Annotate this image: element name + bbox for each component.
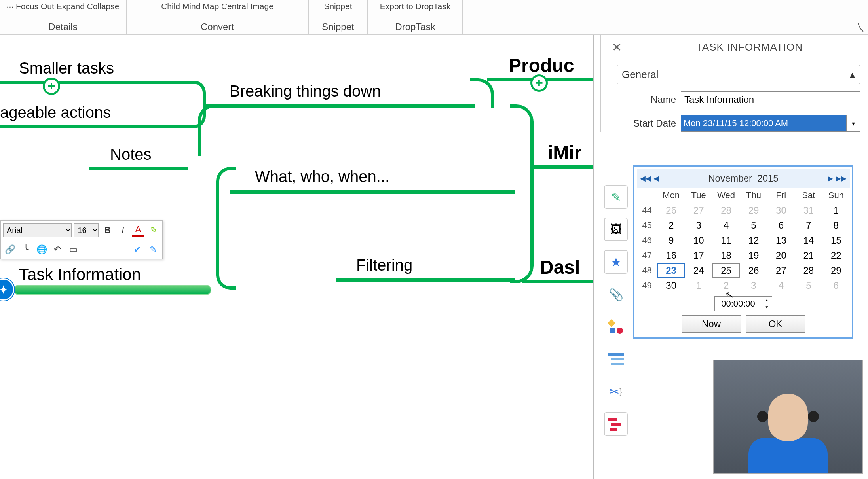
calendar-day[interactable]: 31: [795, 203, 822, 218]
calendar-day[interactable]: 24: [685, 263, 712, 278]
calendar-grid: MonTueWedThuFriSatSun4426272829303114523…: [637, 188, 850, 293]
node-task-information[interactable]: Task Information: [16, 263, 144, 286]
calendar-day[interactable]: 12: [740, 233, 767, 248]
node-smaller-tasks[interactable]: Smaller tasks: [19, 59, 114, 77]
curve-breaking-right: [470, 78, 494, 108]
fontsize-select[interactable]: 16: [74, 223, 99, 237]
gantt-icon[interactable]: [604, 412, 628, 436]
next-month-icon[interactable]: ▶: [828, 174, 833, 183]
now-button[interactable]: Now: [682, 315, 741, 333]
node-imir[interactable]: iMir: [548, 142, 581, 163]
calendar-day[interactable]: 4: [767, 278, 795, 293]
node-filtering[interactable]: Filtering: [356, 256, 412, 274]
mindmap-canvas[interactable]: Produc iMir Dasl Breaking things down Sm…: [0, 35, 594, 479]
calendar-day[interactable]: 17: [685, 248, 712, 263]
branch-button[interactable]: ╰: [19, 243, 32, 256]
close-icon[interactable]: ✕: [601, 40, 632, 54]
expand-smaller[interactable]: [43, 78, 60, 95]
calendar-day[interactable]: 1: [822, 203, 850, 218]
calendar-day[interactable]: 25: [712, 263, 740, 278]
expand-produc[interactable]: [530, 74, 548, 92]
ribbon-top-snippet[interactable]: Snippet: [312, 0, 364, 11]
shapes-icon[interactable]: [604, 315, 628, 339]
calendar-day[interactable]: 8: [822, 218, 850, 233]
ribbon-top-details[interactable]: ··· Focus Out Expand Collapse: [3, 0, 123, 11]
calendar-day[interactable]: 29: [822, 263, 850, 278]
check-button[interactable]: ✔: [131, 243, 144, 256]
calendar-day[interactable]: 21: [795, 248, 822, 263]
font-select[interactable]: Arial: [3, 223, 72, 237]
ribbon-top-droptask[interactable]: Export to DropTask: [371, 0, 459, 11]
calendar-day[interactable]: 29: [740, 203, 767, 218]
node-ageable[interactable]: ageable actions: [0, 104, 111, 121]
calendar-day[interactable]: 30: [767, 203, 795, 218]
cut-icon[interactable]: ✂}: [604, 380, 628, 403]
calendar-day[interactable]: 26: [740, 263, 767, 278]
calendar-day[interactable]: 5: [795, 278, 822, 293]
calendar-day[interactable]: 16: [657, 248, 685, 263]
ribbon-collapse-icon[interactable]: ㇏: [855, 21, 866, 34]
calendar-day[interactable]: 23: [657, 263, 685, 278]
next-year-icon[interactable]: ▶▶: [836, 174, 847, 183]
calendar-day[interactable]: 19: [740, 248, 767, 263]
name-field[interactable]: [681, 91, 860, 108]
calendar-day[interactable]: 18: [712, 248, 740, 263]
calendar-day[interactable]: 15: [822, 233, 850, 248]
calendar-day[interactable]: 10: [685, 233, 712, 248]
prev-year-icon[interactable]: ◀◀: [640, 174, 651, 183]
node-breaking-down[interactable]: Breaking things down: [230, 82, 381, 100]
ok-button[interactable]: OK: [746, 315, 805, 333]
calendar-day[interactable]: 20: [767, 248, 795, 263]
calendar-day[interactable]: 13: [767, 233, 795, 248]
image-icon[interactable]: 🖼: [604, 218, 628, 241]
calendar-day[interactable]: 2: [712, 278, 740, 293]
calendar-day[interactable]: 9: [657, 233, 685, 248]
calendar-day[interactable]: 6: [822, 278, 850, 293]
italic-button[interactable]: I: [116, 223, 129, 237]
calendar-day[interactable]: 28: [712, 203, 740, 218]
list-icon[interactable]: [604, 347, 628, 371]
node-handle-icon[interactable]: ✦: [0, 278, 14, 301]
calendar-title[interactable]: November 2015: [708, 173, 778, 184]
section-general[interactable]: General ▴: [617, 65, 860, 84]
calendar-day[interactable]: 2: [657, 218, 685, 233]
startdate-combo[interactable]: Mon 23/11/15 12:00:00 AM ▾: [681, 115, 860, 132]
link-button[interactable]: 🔗: [3, 243, 17, 256]
calendar-day[interactable]: 26: [657, 203, 685, 218]
calendar-day[interactable]: 5: [740, 218, 767, 233]
calendar-day[interactable]: 4: [712, 218, 740, 233]
fontcolor-button[interactable]: A: [132, 223, 145, 237]
node-what-who-when[interactable]: What, who, when...: [255, 168, 389, 186]
calendar-day[interactable]: 27: [685, 203, 712, 218]
bold-button[interactable]: B: [101, 223, 114, 237]
node-produc[interactable]: Produc: [509, 55, 574, 76]
attachment-icon[interactable]: 📎: [604, 282, 628, 306]
ribbon-top-convert[interactable]: Child Mind Map Central Image: [130, 0, 305, 11]
ribbon-label-convert: Convert: [130, 21, 305, 32]
node-notes[interactable]: Notes: [110, 146, 152, 163]
calendar-day[interactable]: 28: [795, 263, 822, 278]
notes-icon[interactable]: ✎: [604, 185, 628, 209]
calendar-day[interactable]: 1: [685, 278, 712, 293]
shape-button[interactable]: ▭: [66, 243, 80, 256]
chevron-down-icon[interactable]: ▾: [846, 115, 860, 131]
pencil-button[interactable]: ✎: [146, 243, 160, 256]
calendar-day[interactable]: 6: [767, 218, 795, 233]
calendar-day[interactable]: 22: [822, 248, 850, 263]
node-dash[interactable]: Dasl: [540, 256, 580, 278]
star-icon[interactable]: ★: [604, 250, 628, 274]
calendar-day[interactable]: 27: [767, 263, 795, 278]
globe-button[interactable]: 🌐: [35, 243, 48, 256]
calendar-day[interactable]: 7: [795, 218, 822, 233]
calendar-day[interactable]: 3: [685, 218, 712, 233]
calendar-day[interactable]: 3: [740, 278, 767, 293]
highlight-button[interactable]: ✎: [147, 223, 160, 237]
prev-month-icon[interactable]: ◀: [653, 174, 659, 183]
time-field[interactable]: [714, 296, 762, 311]
curve-www-right: [510, 104, 534, 283]
calendar-day[interactable]: 11: [712, 233, 740, 248]
time-spinner[interactable]: ▲▼: [762, 296, 772, 311]
calendar-day[interactable]: 30: [657, 278, 685, 293]
calendar-day[interactable]: 14: [795, 233, 822, 248]
arrow-button[interactable]: ↶: [51, 243, 64, 256]
